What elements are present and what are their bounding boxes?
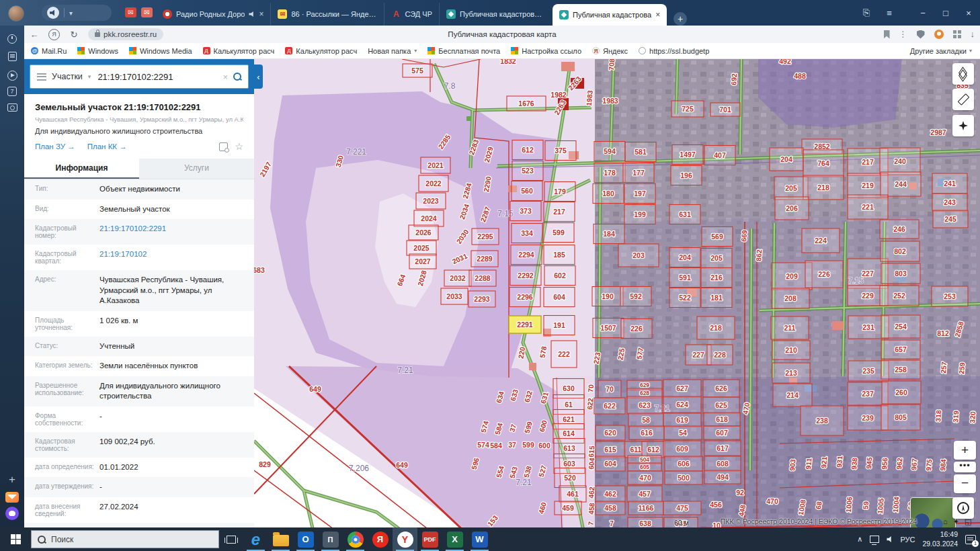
tray-expand-icon[interactable]: ∧ [857,535,862,544]
taskbar-app-outlook[interactable]: O [293,527,318,551]
url-field[interactable]: pkk.rosreestr.ru [88,28,163,40]
menu-icon[interactable]: ≡ [878,8,901,18]
map-canvas[interactable]: 5751832198219831983226322637086921676725… [254,59,980,527]
cadastral-map[interactable]: 5751832198219831983226322637086921676725… [254,59,980,527]
tab-services[interactable]: Услуги [139,159,254,179]
bookmark-item-3[interactable]: Windows Media [129,47,192,55]
plan-zu-link[interactable]: План ЗУ → [35,142,75,151]
browser-tab-1[interactable]: Радио Родных Доро× [156,3,270,26]
info-value[interactable]: 21:19:170102 [99,245,254,270]
tab-sound-icon[interactable] [249,11,255,17]
clear-search-icon[interactable]: × [222,72,228,82]
network-icon[interactable] [870,536,879,543]
compass-button[interactable] [952,497,974,519]
bookmark-item-9[interactable]: ЯЯндекс [592,47,628,55]
tab-information[interactable]: Информация [24,159,139,179]
parcel-label: 59 [861,501,870,509]
zoom-out-button[interactable]: − [954,474,976,493]
yandex-browser-icon: Y [397,532,413,548]
bookmark-item-1[interactable]: @Mail.Ru [31,47,67,55]
browser-tab-4[interactable]: Публичная кадастровая к [439,3,553,26]
browser-tab-3[interactable]: АСЭД ЧР [384,3,439,26]
bookmark-item-2[interactable]: Windows [77,47,118,55]
taskbar-app-pdf[interactable]: PDF [417,527,442,551]
bookmark-item-4[interactable]: ДКалькулятор расч [203,47,275,55]
back-button[interactable]: ← [24,30,44,40]
sidebar-panel-icon[interactable]: ⎘ [855,7,878,18]
profile-avatar[interactable] [8,5,24,22]
taskbar-app-explorer[interactable] [268,527,293,551]
screenshot-icon[interactable] [0,99,24,116]
tab-close-icon[interactable]: × [655,10,660,19]
plan-kk-link[interactable]: План КК → [87,142,127,151]
parcel-label: 7 [610,519,614,527]
measure-button[interactable] [952,89,974,110]
parcel-label: 470 [766,497,778,505]
search-input[interactable] [96,71,217,83]
locate-button[interactable] [952,115,974,136]
search-icon[interactable] [233,73,241,81]
taskbar-app-edge[interactable]: e [243,527,268,551]
taskbar-search[interactable]: Поиск [31,530,219,548]
taskbar-app-yandex-search[interactable]: Я [368,527,393,551]
doc-search-icon[interactable] [219,142,228,151]
favorite-star-icon[interactable]: ☆ [235,141,243,152]
home-icon[interactable]: ⌂ [943,517,948,526]
taskbar-app-chrome[interactable] [343,527,368,551]
clock[interactable]: 16:49 29.03.2024 [922,530,958,548]
taskbar-app-phone[interactable]: П [318,527,343,551]
parcel-label: 179 [554,187,566,196]
taskbar-app-word[interactable]: W [467,527,492,551]
bookmark-item-7[interactable]: Бесплатная почта [427,47,500,55]
protect-shield-icon[interactable] [917,30,925,39]
other-bookmarks[interactable]: Другие закладки▾ [910,47,972,55]
search-category[interactable]: Участки [52,72,83,81]
close-button[interactable]: × [957,8,980,18]
tab-media-control[interactable]: ▾ [42,5,112,21]
pinned-mail-tab[interactable]: ✉ [125,7,136,17]
collapse-panel-arrow[interactable]: ‹ [254,65,263,89]
collections-icon[interactable] [953,30,961,38]
bookmark-icon[interactable] [884,30,890,39]
layers-button[interactable] [952,63,974,85]
account-icon[interactable] [934,30,944,39]
minimize-button[interactable]: − [911,8,934,18]
bookmark-item-10[interactable]: https://ssl.budgetp [639,47,709,55]
seven-badge-icon[interactable]: 7 [0,83,24,99]
info-row-14: дата внесения сведений:27.02.2024 [24,497,254,523]
browser-tab-2[interactable]: ✉86 · Рассылки — Яндекс П [270,3,384,26]
kebab-menu-icon[interactable]: ⋮ [899,30,907,39]
add-panel-icon[interactable]: + [0,472,24,488]
start-button[interactable] [0,527,31,551]
downloads-icon[interactable]: ↓ [971,31,975,38]
tab-close-icon[interactable]: × [259,9,263,19]
chevron-down-icon[interactable]: ▾ [88,73,91,80]
pinned-mail-tab-2[interactable]: ✉ [141,7,153,17]
chevron-down-icon[interactable]: ▾ [69,9,73,17]
menu-burger-icon[interactable] [37,73,46,81]
zoom-options-button[interactable]: ••• [954,462,976,472]
yandex-icon[interactable]: Я [48,29,60,40]
video-icon[interactable] [0,67,24,83]
maximize-button[interactable]: □ [934,8,957,18]
history-icon[interactable] [0,31,24,47]
bookmark-item-5[interactable]: ДКалькулятор расч [285,47,357,55]
taskbar-app-yandex-browser[interactable]: Y [393,527,417,551]
browser-tab-5[interactable]: Публичная кадастрова× [553,4,667,26]
taskbar-app-excel[interactable]: X [442,527,467,551]
task-view-button[interactable] [219,536,243,544]
refresh-button[interactable]: ↻ [64,30,84,40]
info-value[interactable]: 21:19:170102:2291 [99,219,254,245]
parcel-label: 609 [676,445,688,453]
new-tab-button[interactable]: + [673,12,687,26]
journal-icon[interactable] [0,48,24,65]
bookmark-item-8[interactable]: Настройка ссыло [511,47,581,55]
alice-icon[interactable] [0,505,24,521]
zoom-in-button[interactable]: + [954,441,976,460]
volume-icon[interactable] [887,536,893,542]
notifications-icon[interactable]: 1 [965,535,976,544]
parcel-label: 616 [641,429,653,437]
bookmark-item-6[interactable]: Новая папка▾ [368,47,417,55]
language-indicator[interactable]: РУС [900,536,915,544]
mail-icon[interactable] [0,489,24,505]
